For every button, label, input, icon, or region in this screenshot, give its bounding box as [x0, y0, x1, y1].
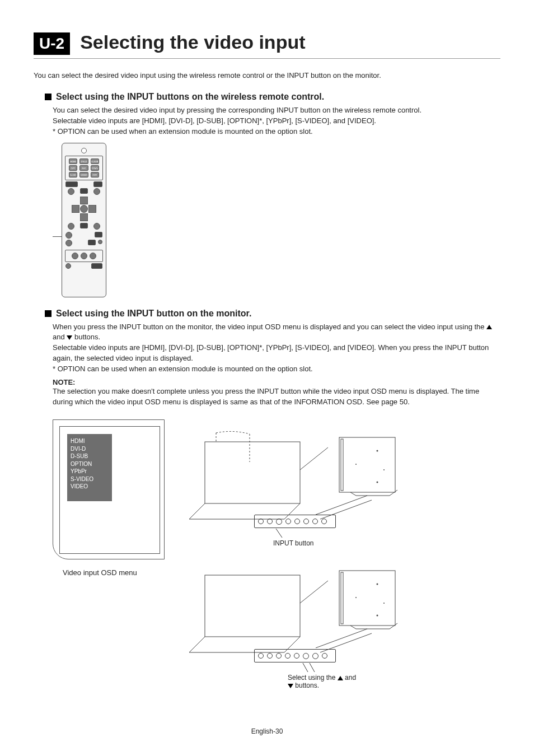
remote-led-icon: [81, 148, 87, 153]
osd-item: VIDEO: [71, 483, 109, 491]
svg-line-6: [300, 447, 328, 470]
figure-area: HDMI DVI-D D-SUB OPTION YPbPr S-VIDEO VI…: [53, 414, 500, 716]
section2-p1a: When you press the INPUT button on the m…: [53, 323, 486, 331]
section1-title: Select using the INPUT buttons on the wi…: [56, 92, 324, 102]
svg-line-29: [303, 663, 308, 672]
title-row: U-2 Selecting the video input: [34, 31, 500, 59]
svg-line-27: [316, 629, 367, 648]
svg-rect-8: [341, 439, 343, 491]
up-triangle-icon: [486, 325, 492, 329]
monitor-diagram-1: [182, 431, 406, 526]
svg-line-13: [316, 496, 367, 515]
section1-p1: You can select the desired video input b…: [53, 105, 500, 116]
osd-item: HDMI: [71, 437, 109, 445]
section-badge: U-2: [34, 32, 70, 55]
section2-p1b: and: [53, 333, 67, 341]
down-triangle-icon: [288, 684, 293, 688]
osd-menu-box: HDMI DVI-D D-SUB OPTION YPbPr S-VIDEO VI…: [67, 434, 112, 501]
osd-item: OPTION: [71, 460, 109, 468]
section1-heading: Select using the INPUT buttons on the wi…: [45, 92, 500, 102]
svg-rect-21: [339, 571, 395, 626]
svg-rect-0: [205, 442, 300, 503]
square-bullet-icon: [45, 94, 51, 100]
osd-item: YPbPr: [71, 468, 109, 475]
pointer-line-2: [301, 662, 318, 673]
svg-line-15: [276, 529, 282, 538]
svg-line-20: [300, 581, 328, 603]
button-panel-1: [254, 515, 336, 528]
svg-point-10: [355, 464, 357, 465]
svg-rect-16: [205, 575, 300, 637]
svg-line-17: [189, 637, 205, 652]
osd-item: DVI-D: [71, 445, 109, 453]
panel2-label: Select using the and buttons.: [288, 674, 388, 689]
svg-rect-22: [341, 572, 343, 624]
remote-illustration: HDMIDVI-DD-SUB OPTSVCYPbPr S-VIDVIDEOOFF: [53, 143, 500, 297]
panel2-c: buttons.: [293, 682, 319, 689]
section2-p3: * OPTION can be used when an extension m…: [53, 364, 500, 375]
intro-text: You can select the desired video input u…: [34, 71, 500, 80]
section2-p1: When you press the INPUT button on the m…: [53, 322, 500, 343]
osd-item: D-SUB: [71, 452, 109, 460]
button-panel-2: [254, 649, 336, 662]
section2-heading: Select using the INPUT button on the mon…: [45, 309, 500, 319]
svg-point-23: [377, 584, 378, 585]
section1-p2: Selectable video inputs are [HDMI], [DVI…: [53, 116, 500, 127]
svg-point-9: [377, 450, 378, 452]
svg-rect-7: [339, 437, 395, 492]
monitor-diagram-2: [182, 564, 406, 659]
svg-line-30: [310, 663, 315, 672]
section2-title: Select using the INPUT button on the mon…: [56, 309, 251, 319]
pointer-line-1: [274, 528, 285, 539]
osd-caption: Video input OSD menu: [63, 568, 137, 577]
square-bullet-icon: [45, 310, 51, 317]
page-title: Selecting the video input: [80, 31, 305, 53]
panel2-a: Select using the: [288, 674, 338, 682]
up-triangle-icon: [338, 676, 343, 680]
svg-line-1: [189, 503, 205, 519]
svg-point-26: [377, 615, 378, 617]
down-triangle-icon: [67, 335, 72, 340]
note-body: The selection you make doesn't complete …: [53, 386, 500, 408]
remote-round-btn: [65, 232, 72, 239]
svg-point-24: [355, 597, 357, 598]
panel2-b: and: [343, 674, 356, 682]
section2-p2: Selectable video inputs are [HDMI], [DVI…: [53, 343, 500, 364]
osd-item: S-VIDEO: [71, 475, 109, 483]
section1-p3: * OPTION can be used when an extension m…: [53, 127, 500, 137]
panel1-label: INPUT button: [273, 539, 313, 547]
page-number: English-30: [34, 727, 500, 735]
svg-point-11: [383, 469, 385, 470]
section2-p1c: buttons.: [72, 333, 100, 341]
svg-point-12: [377, 482, 378, 483]
note-label: NOTE:: [53, 378, 500, 386]
svg-point-25: [383, 603, 385, 604]
